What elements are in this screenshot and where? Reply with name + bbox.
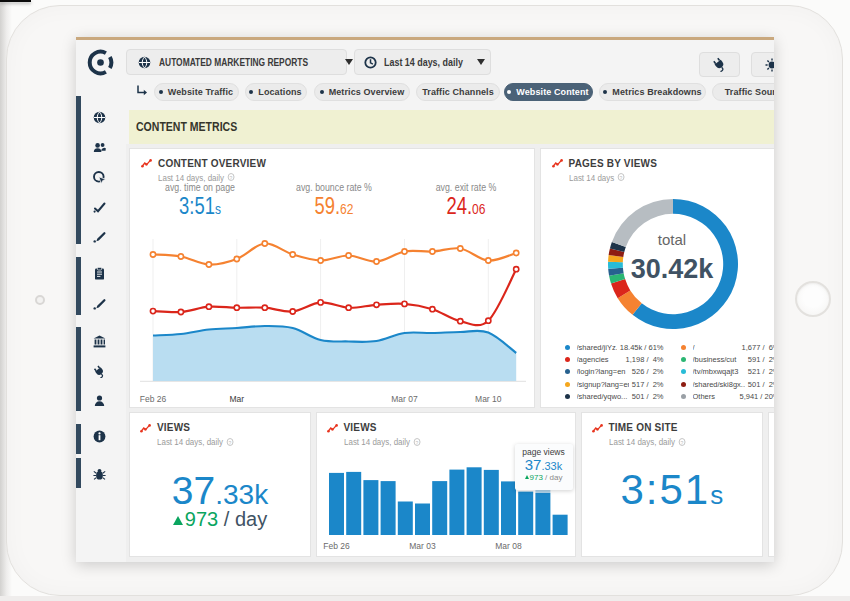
svg-text:Mar: Mar [229, 393, 244, 403]
svg-text:Feb 26: Feb 26 [140, 393, 167, 403]
svg-text:Mar 03: Mar 03 [409, 541, 436, 551]
svg-text:Mar 10: Mar 10 [475, 393, 502, 403]
svg-text:Feb 26: Feb 26 [323, 541, 350, 551]
svg-text:total: total [657, 231, 685, 248]
svg-text:Mar 08: Mar 08 [495, 541, 522, 551]
svg-text:30.42k: 30.42k [630, 253, 714, 283]
svg-text:Mar 07: Mar 07 [391, 393, 418, 403]
